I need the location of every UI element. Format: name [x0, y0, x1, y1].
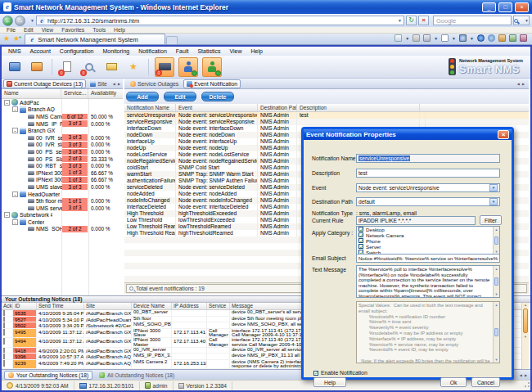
column-destination-path[interactable]: Destination Path	[258, 104, 297, 111]
column-event[interactable]: Event	[176, 104, 258, 111]
help-icon[interactable]	[477, 34, 485, 42]
event-search-button[interactable]: 0	[80, 58, 98, 76]
nms-menu-item[interactable]: Statistics	[197, 48, 220, 54]
column-service[interactable]: Service...	[61, 89, 88, 98]
ack-checkbox[interactable]	[3, 354, 5, 359]
tree-row[interactable]: - Center	[2, 219, 123, 226]
tree-row[interactable]: 00_IVR_server 3 of 3 0.000 %	[2, 134, 123, 142]
apply-category-list[interactable]: Desktop Network Camera Phone Server Swit…	[356, 226, 500, 255]
expander-icon[interactable]: -	[12, 106, 18, 112]
tree-row[interactable]: IPNext 3000 ... 1 of 3 66.667 %	[2, 169, 123, 177]
category-item[interactable]: Server	[357, 244, 493, 250]
tree-row[interactable]: NMS_SOHO_... 2 of 2 0.000 %	[2, 226, 123, 233]
column-description[interactable]: Description	[297, 104, 420, 111]
ack-checkbox[interactable]	[3, 329, 5, 336]
nms-menu-item[interactable]: Help	[250, 48, 262, 54]
browser-menu-item[interactable]: Help	[114, 27, 125, 33]
column-availability[interactable]: Availability	[88, 89, 123, 98]
feeds-icon[interactable]	[413, 34, 420, 42]
tree-row[interactable]: - Branch GX	[2, 127, 123, 134]
expander-icon[interactable]: -	[12, 191, 18, 197]
notices-scrollbar[interactable]: ▲▼	[521, 303, 529, 369]
notice-search-button[interactable]	[102, 58, 120, 76]
nms-menu-item[interactable]: View	[229, 48, 241, 54]
edit-icon[interactable]	[509, 34, 516, 42]
expander-icon[interactable]: -	[4, 212, 10, 218]
page-icon[interactable]	[441, 34, 449, 42]
event-row[interactable]: serviceResponsive Node event: serviceRes…	[124, 119, 529, 125]
tree-row[interactable]: - Subnetwork #2	[2, 212, 123, 219]
resize-grip[interactable]	[522, 381, 530, 390]
device-manager-button[interactable]	[6, 58, 24, 76]
cancel-button[interactable]: Cancel	[471, 377, 500, 387]
category-item[interactable]: Desktop	[357, 227, 493, 232]
address-dropdown-icon[interactable]: ▼	[398, 18, 402, 23]
restore-button[interactable]: □	[498, 2, 512, 12]
category-item[interactable]: Phone	[357, 238, 493, 244]
chevron-down-icon[interactable]: ▼	[489, 184, 498, 191]
tab-your-notices[interactable]: Your Outstanding Notices (18)	[4, 371, 92, 380]
browser-menu-item[interactable]: Tools	[92, 27, 106, 33]
nms-menu-item[interactable]: Monitoring	[103, 48, 130, 54]
chevron-down-icon[interactable]: ▼	[489, 198, 498, 205]
tree-row[interactable]: 00_IVR_slave... 3 of 3 0.000 %	[2, 142, 123, 149]
scrollbar-thumb[interactable]	[523, 309, 528, 333]
category-checkbox[interactable]	[358, 227, 363, 232]
browser-tab[interactable]: e Smart Network Management System	[25, 34, 165, 44]
favorites-icon[interactable]: ★	[3, 34, 10, 43]
print-icon[interactable]	[423, 34, 431, 42]
ack-checkbox[interactable]	[3, 317, 5, 322]
tree-row[interactable]: NMS_IP_PBX.. 3 of 3 0.000 %	[2, 120, 123, 128]
category-checkbox[interactable]	[358, 238, 363, 243]
print-dropdown-icon[interactable]: ▼	[434, 36, 438, 41]
tree-row[interactable]: - AddPac	[2, 99, 123, 106]
tab-scroll-arrows[interactable]: ◀ ▶	[520, 373, 528, 377]
tools-icon[interactable]	[459, 34, 467, 42]
globe-icon[interactable]	[488, 34, 495, 42]
tree-row[interactable]: 00_RBT_server 3 of 3 0.000 %	[2, 162, 123, 169]
expander-icon[interactable]: -	[12, 128, 18, 133]
column-name[interactable]: Name	[2, 89, 61, 98]
nms-menu-item[interactable]: NMS	[8, 48, 21, 54]
tab-scroll-arrows[interactable]: ◀ ▶	[517, 82, 525, 86]
back-button[interactable]: ←	[2, 16, 13, 26]
column-service[interactable]: Service	[207, 303, 230, 309]
search-button[interactable]: ▼	[513, 16, 530, 25]
browser-menu-item[interactable]: File	[7, 27, 16, 33]
your-notices-button[interactable]	[178, 57, 198, 77]
ack-checkbox[interactable]	[3, 310, 5, 316]
event-list-button[interactable]: 0	[58, 58, 76, 76]
event-row[interactable]: serviceUnresponsive Node event: serviceU…	[124, 112, 529, 119]
page-dropdown-icon[interactable]: ▼	[452, 36, 456, 41]
category-checkbox[interactable]	[358, 232, 363, 237]
email-subject-field[interactable]: Notice #%noticeid%: %service% service on…	[356, 254, 500, 263]
search-input[interactable]: Google	[433, 16, 512, 25]
expander-icon[interactable]: -	[12, 219, 18, 225]
text-scrollbar[interactable]: ▲▼	[493, 266, 499, 297]
monitor-button[interactable]	[28, 58, 46, 76]
forward-button[interactable]: →	[15, 16, 25, 26]
list-scrollbar[interactable]: ▲▼	[493, 227, 499, 255]
scrollbar-thumb[interactable]	[494, 328, 498, 336]
add-favorite-icon[interactable]: ★	[13, 34, 20, 43]
refresh-button[interactable]: ↻	[406, 16, 417, 25]
tools-dropdown-icon[interactable]: ▼	[470, 36, 474, 41]
tree-row[interactable]: NMS Camera 6 of 12 50.000 %	[2, 113, 123, 120]
scrollbar-thumb[interactable]	[494, 237, 498, 245]
destination-path-select[interactable]: default▼	[356, 197, 500, 206]
column-send-time[interactable]: Send Time	[37, 303, 84, 309]
nms-menu-item[interactable]: Configuration	[60, 48, 94, 54]
expander-icon[interactable]: -	[4, 100, 10, 106]
category-item[interactable]: Network Camera	[357, 232, 493, 238]
address-input[interactable]: e http://172.16.31.20/smartnms.htm ▼	[36, 16, 404, 25]
tab-all-notices[interactable]: All Outstanding Notices (18)	[96, 372, 178, 378]
tree-row[interactable]: UMS slave 3 of 3 0.000 %	[2, 183, 123, 191]
scrollbar-thumb[interactable]	[494, 277, 498, 286]
all-notices-button[interactable]	[202, 57, 222, 77]
tab-scroll-arrows[interactable]: ◀ ▶	[113, 82, 121, 86]
current-rule-field[interactable]: IPADDR IPLIKE *.*.*.*	[356, 216, 476, 225]
tree-row[interactable]: 5th floor meeti... 1 of 1 0.000 %	[2, 197, 123, 205]
column-device-name[interactable]: Device Name	[132, 303, 172, 309]
outage-devices-button[interactable]: 0	[155, 57, 174, 77]
column-ip-address[interactable]: IP Address	[172, 303, 207, 309]
